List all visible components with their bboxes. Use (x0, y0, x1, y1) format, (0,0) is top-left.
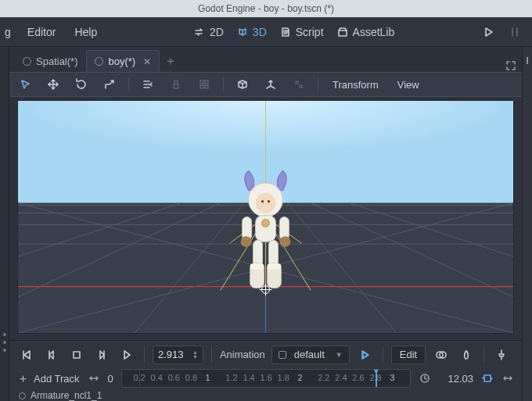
timeline[interactable]: 0.2 0.4 0.6 0.8 1 1.2 1.4 1.6 1.8 2 2.2 … (121, 369, 411, 388)
tab-boy[interactable]: boy(*) ✕ (86, 50, 160, 72)
add-track-button[interactable]: ＋ Add Track (17, 371, 80, 386)
assetlib-icon (336, 26, 349, 38)
svg-point-26 (262, 219, 270, 227)
add-tab-button[interactable]: ＋ (160, 50, 182, 72)
onion-icon[interactable] (457, 346, 476, 364)
play-back-start-icon[interactable] (17, 346, 36, 364)
node-ring-icon (23, 57, 31, 66)
play-forward-icon[interactable] (117, 346, 136, 364)
armature-label: Armature_ncl1_1 (31, 390, 102, 401)
window-title-text: Godot Engine - boy - boy.tscn (*) (198, 3, 334, 14)
loop-icon[interactable] (481, 372, 494, 385)
svg-rect-35 (250, 263, 264, 270)
list-select-icon[interactable] (138, 75, 157, 94)
svg-point-29 (241, 236, 252, 247)
viewport-toolbar: Transform View (9, 72, 522, 97)
timeline-end: 12.03 (439, 373, 473, 385)
timeline-start: 0 (108, 373, 113, 385)
lock-icon[interactable] (167, 75, 185, 94)
menu-bar: g Editor Help 2D 3D Script AssetLib (0, 17, 532, 47)
select-tool[interactable] (16, 75, 34, 94)
time-input[interactable] (158, 349, 189, 360)
svg-rect-36 (267, 263, 281, 270)
time-field[interactable]: ▲▼ (153, 346, 203, 364)
edit-button[interactable]: Edit (391, 346, 426, 364)
close-icon[interactable]: ✕ (143, 56, 151, 67)
run-controls (482, 26, 521, 38)
svg-rect-31 (253, 240, 263, 267)
menu-help[interactable]: Help (66, 23, 106, 41)
pin-icon[interactable] (492, 346, 511, 364)
local-space-icon[interactable] (261, 75, 280, 94)
3d-viewport[interactable]: Perspective (17, 100, 514, 334)
animation-selected-label: default (294, 349, 325, 360)
view-menu[interactable]: View (393, 79, 424, 91)
hresize2-icon[interactable] (501, 372, 514, 385)
pause-icon[interactable] (509, 26, 521, 38)
anim-dd-icon (279, 351, 286, 359)
assetlib-label: AssetLib (353, 26, 395, 38)
play-icon[interactable] (482, 26, 494, 38)
blend-icon[interactable] (432, 346, 451, 364)
workspace-switcher: 2D 3D Script AssetLib (193, 26, 394, 38)
script-label: Script (296, 26, 324, 38)
script-button[interactable]: Script (279, 26, 324, 38)
scene-tabs: Spatial(*) boy(*) ✕ ＋ (9, 47, 522, 72)
animation-dropdown[interactable]: default ▼ (271, 346, 350, 364)
swap-3d-icon (236, 26, 249, 38)
svg-rect-32 (268, 240, 278, 267)
animation-panel: ▲▼ Animation default ▼ Edit ＋ (9, 340, 522, 401)
svg-point-22 (256, 193, 276, 213)
step-back-icon[interactable] (42, 346, 61, 364)
window-title: Godot Engine - boy - boy.tscn (*) (0, 0, 532, 17)
spinner-icon[interactable]: ▲▼ (192, 350, 198, 360)
track-row-armature[interactable]: Armature_ncl1_1 (17, 390, 514, 401)
node-ring-icon (95, 57, 103, 66)
mode-3d-label: 3D (253, 26, 267, 38)
script-icon (279, 26, 292, 38)
scale-tool[interactable] (100, 75, 119, 94)
inspector-initial: I (526, 55, 529, 66)
svg-rect-40 (74, 352, 80, 358)
stop-icon[interactable] (67, 346, 86, 364)
rotate-tool[interactable] (72, 75, 91, 94)
right-dock-collapsed[interactable]: I (522, 47, 532, 401)
chevron-down-icon: ▼ (336, 351, 343, 359)
mode-2d-button[interactable]: 2D (193, 26, 224, 38)
cube-icon[interactable] (233, 75, 252, 94)
distraction-free-icon[interactable] (500, 59, 522, 72)
svg-point-30 (279, 236, 290, 247)
menu-editor[interactable]: Editor (19, 23, 65, 41)
svg-point-23 (261, 200, 264, 202)
hresize-icon[interactable] (88, 372, 100, 385)
tab-boy-label: boy(*) (108, 55, 135, 67)
group-icon[interactable] (195, 75, 214, 94)
transform-menu[interactable]: Transform (328, 79, 383, 91)
step-forward-icon[interactable] (92, 346, 111, 364)
node-ring-icon (19, 392, 26, 399)
mode-2d-label: 2D (210, 26, 224, 38)
autoplay-icon[interactable] (356, 346, 375, 364)
plus-icon: ＋ (17, 371, 29, 386)
swap-icon (193, 26, 206, 38)
snap-icon[interactable] (289, 75, 308, 94)
tab-spatial[interactable]: Spatial(*) (14, 50, 86, 72)
tab-spatial-label: Spatial(*) (36, 55, 77, 67)
clock-icon[interactable] (419, 372, 431, 385)
svg-point-24 (268, 200, 270, 202)
assetlib-button[interactable]: AssetLib (336, 26, 395, 38)
animation-menu[interactable]: Animation (220, 349, 265, 360)
left-dock-collapsed[interactable] (0, 47, 9, 401)
add-track-label: Add Track (34, 373, 80, 385)
menu-g[interactable]: g (3, 23, 17, 41)
viewport-grid (18, 101, 513, 333)
move-tool[interactable] (44, 75, 63, 94)
mode-3d-button[interactable]: 3D (236, 26, 267, 38)
